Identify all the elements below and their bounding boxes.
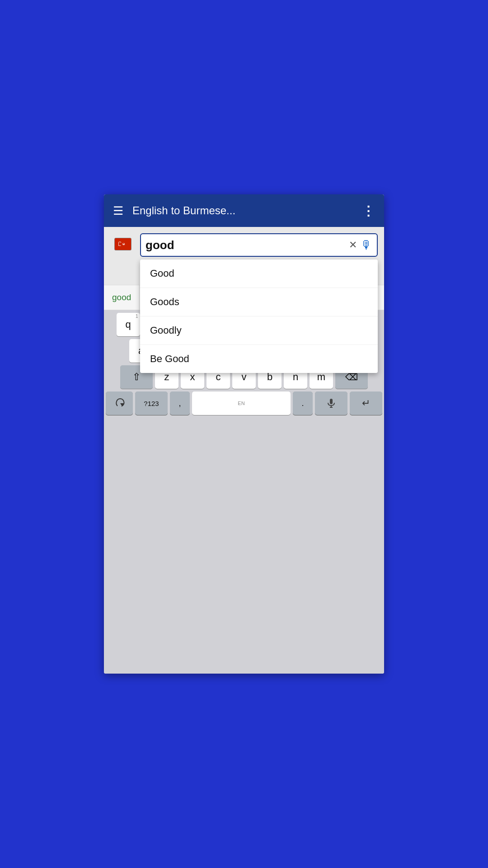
key-comma[interactable]: , xyxy=(170,392,190,415)
keyboard-row-bottom: ?123 , EN . ↵ xyxy=(106,392,382,415)
search-input[interactable] xyxy=(145,238,349,252)
autocomplete-item-goodly[interactable]: Goodly xyxy=(140,316,378,345)
top-bar: ☰ English to Burmese... ⋮ xyxy=(104,194,384,227)
clear-icon[interactable]: ✕ xyxy=(349,239,357,251)
key-enter[interactable]: ↵ xyxy=(350,392,382,415)
search-area: မြ ✕ 🎙 Good Goods Goodly Be Good xyxy=(104,227,384,257)
search-box: ✕ 🎙 xyxy=(140,233,378,257)
mic-icon[interactable]: 🎙 xyxy=(361,238,372,252)
key-swipe[interactable] xyxy=(106,392,133,415)
hamburger-icon[interactable]: ☰ xyxy=(113,205,123,217)
more-options-icon[interactable]: ⋮ xyxy=(362,203,375,218)
autocomplete-dropdown: Good Goods Goodly Be Good xyxy=(140,259,378,373)
key-123[interactable]: ?123 xyxy=(135,392,168,415)
autocomplete-item-goods[interactable]: Goods xyxy=(140,288,378,316)
autocomplete-item-begood[interactable]: Be Good xyxy=(140,345,378,373)
flag-icon: မြ xyxy=(110,235,136,253)
suggestion-good[interactable]: good xyxy=(104,285,140,310)
key-space[interactable]: EN xyxy=(192,392,291,415)
key-mic-bottom[interactable] xyxy=(315,392,347,415)
key-q[interactable]: 1q xyxy=(117,313,140,336)
svg-rect-1 xyxy=(330,399,333,404)
key-period[interactable]: . xyxy=(293,392,313,415)
autocomplete-item-good[interactable]: Good xyxy=(140,259,378,288)
app-title: English to Burmese... xyxy=(132,204,362,217)
